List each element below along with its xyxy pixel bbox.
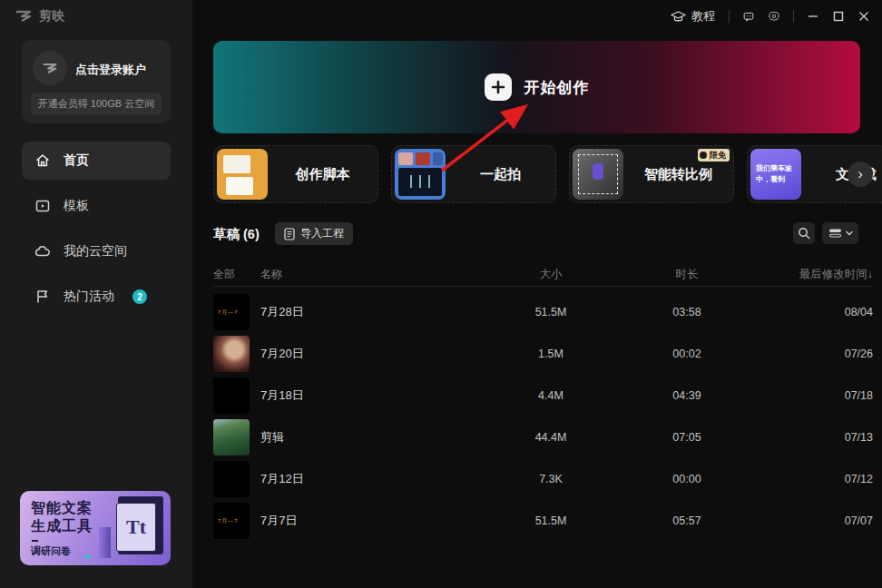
capcut-logo-icon [42,63,58,74]
draft-thumbnail [213,419,250,456]
graduation-cap-icon [671,10,686,24]
sidebar-item-label: 我的云空间 [64,243,127,260]
draft-name: 7月12日 [260,471,483,487]
card-label: 智能转比例 [623,166,733,183]
draft-thumbnail [213,461,250,497]
hot-events-badge: 2 [132,289,147,304]
tutorial-button[interactable]: 教程 [663,4,722,29]
draft-modified: 07/12 [755,473,873,485]
login-title: 点击登录账户 [75,62,146,78]
shoot-together-thumbnail [395,149,446,200]
draft-duration: 07:05 [619,431,755,444]
card-create-script[interactable]: 创作脚本 [213,145,378,203]
card-shoot-together[interactable]: 一起拍 [391,145,556,203]
promo-banner[interactable]: Tt 智能文案 生成工具 调研问卷 [20,491,171,565]
table-row[interactable]: 7月12日 7.3K 00:00 07/12 [213,458,873,500]
titlebar-divider [729,10,730,23]
draft-size: 1.5M [483,348,619,360]
sidebar-item-hot-events[interactable]: 热门活动 2 [22,278,171,316]
table-row[interactable]: 剪辑 44.4M 07:05 07/13 [213,416,873,458]
promo-title-line2: 生成工具 [31,517,93,536]
close-icon [858,11,869,22]
promo-dash [32,540,38,542]
list-view-icon [828,228,842,239]
sidebar-item-label: 首页 [64,152,89,169]
draft-thumbnail: 7月—7 [213,503,250,539]
badge-dot-icon [700,152,707,159]
flag-icon [34,289,51,305]
app-logo-text: 剪映 [39,8,64,24]
sort-descending-icon: ↓ [867,268,873,280]
settings-button[interactable] [761,4,787,29]
thumb-caption: 7月—7 [218,517,239,525]
limited-free-label: 限免 [710,150,726,162]
draft-name: 7月18日 [260,387,483,404]
column-all[interactable]: 全部 [213,267,250,282]
card-label: 一起拍 [446,166,555,183]
promo-3d-bar [99,527,111,558]
card-smart-ratio[interactable]: 限免 智能转比例 [569,145,734,203]
limited-free-badge: 限免 [698,149,730,162]
draft-modified: 07/18 [755,389,873,402]
draft-thumbnail [213,377,250,414]
thumb-text-line: 中，看到 [756,175,785,184]
maximize-button[interactable] [826,4,851,29]
draft-size: 44.4M [483,431,619,444]
close-button[interactable] [851,4,877,29]
draft-duration: 00:00 [619,473,755,485]
import-project-button[interactable]: 导入工程 [275,222,353,245]
avatar [33,51,67,85]
feedback-icon [743,10,754,24]
draft-size: 51.5M [483,514,619,527]
table-row[interactable]: 7月20日 1.5M 00:02 07/26 [213,333,873,375]
table-row[interactable]: 7月18日 4.4M 04:39 07/18 [213,375,873,416]
tutorial-label: 教程 [691,8,715,24]
minimize-button[interactable] [800,4,826,29]
card-label: 创作脚本 [268,166,377,183]
template-icon [34,198,51,214]
table-row[interactable]: 7月—7 7月28日 51.5M 03:58 08/04 [213,291,873,333]
thumb-caption: 7月—7 [218,309,239,317]
sidebar-item-label: 模板 [64,198,89,214]
sidebar-item-home[interactable]: 首页 [22,142,171,180]
draft-duration: 05:57 [619,514,755,527]
search-button[interactable] [793,222,815,244]
draft-size: 51.5M [483,306,619,318]
sidebar-item-templates[interactable]: 模板 [22,187,171,225]
drafts-title: 草稿 (6) [213,226,260,243]
create-script-thumbnail [217,149,268,200]
titlebar-divider [793,10,794,23]
maximize-icon [833,11,844,22]
login-card[interactable]: 点击登录账户 开通会员得 100GB 云空间 [22,40,171,123]
chevron-down-icon [846,230,853,236]
smart-ratio-thumbnail [573,149,623,200]
draft-thumbnail [213,336,250,372]
search-icon [798,227,810,240]
minimize-icon [808,11,818,22]
draft-thumbnail: 7月—7 [213,294,250,330]
draft-modified: 08/04 [755,306,873,318]
chevron-right-icon: › [858,165,863,183]
vip-promo-pill[interactable]: 开通会员得 100GB 云空间 [31,93,162,115]
app-window: 剪映 点击登录账户 开通会员得 100GB 云空间 首页 模板 [0,0,882,588]
view-mode-dropdown[interactable] [822,222,858,244]
feedback-button[interactable] [736,4,761,29]
import-project-label: 导入工程 [300,226,344,241]
column-name: 名称 [260,267,483,282]
table-row[interactable]: 7月—7 7月7日 51.5M 05:57 07/07 [213,500,873,542]
draft-modified: 07/07 [755,514,873,527]
promo-tt-block: Tt [116,503,156,552]
column-duration: 时长 [619,267,755,282]
column-modified-sort[interactable]: 最后修改时间↓ [755,267,873,282]
start-creation-banner[interactable]: 开始创作 [213,41,860,133]
draft-size: 4.4M [483,389,619,402]
promo-title-line1: 智能文案 [31,499,93,518]
text-to-video-thumbnail: 我们乘车途 中，看到 [750,149,801,200]
table-header: 全部 名称 大小 时长 最后修改时间↓ [213,265,873,283]
sidebar-item-cloud-space[interactable]: 我的云空间 [22,232,171,270]
carousel-next-button[interactable]: › [848,162,873,187]
cloud-icon [34,243,51,260]
draft-modified: 07/13 [755,431,873,444]
gear-icon [769,9,779,24]
draft-duration: 00:02 [619,348,755,360]
